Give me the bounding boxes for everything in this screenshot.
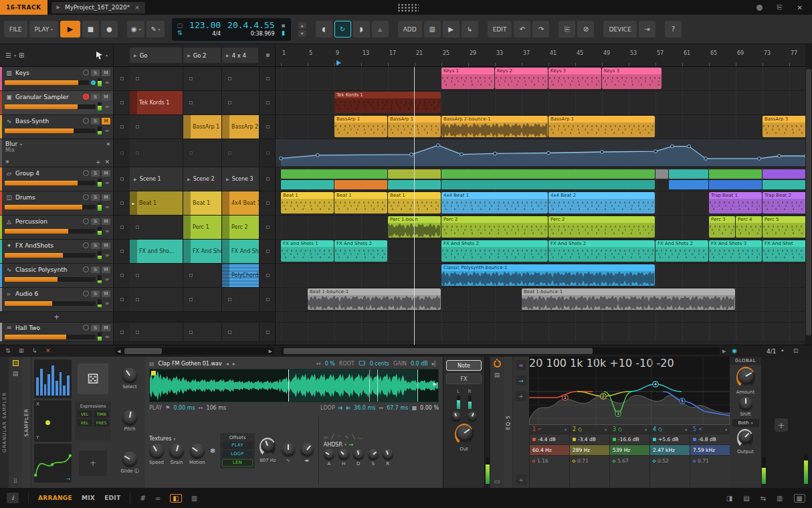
track-menu-icon[interactable]: ≡ — [104, 252, 110, 258]
expand-icon[interactable]: ▭ — [494, 478, 500, 485]
amount-knob[interactable] — [738, 368, 754, 384]
solo-button[interactable]: S — [91, 266, 100, 273]
shift-knob[interactable] — [739, 397, 752, 410]
track-header-hall-two[interactable]: ♒ Hall Two S M ≡ — [0, 323, 113, 342]
waveform-display[interactable]: ▶ — [149, 369, 439, 402]
group-scene-slot[interactable]: ▶Scene 1 — [130, 167, 183, 191]
follow-playhead-button[interactable]: ▶ — [443, 21, 460, 37]
scene-stop-button[interactable] — [260, 264, 275, 287]
track-header-keys[interactable]: ▥ Keys S M ≡ — [0, 67, 113, 91]
clip-slot[interactable]: FX and Sho... — [130, 240, 183, 263]
group-scene-slot[interactable]: ▶Scene 3 — [222, 167, 260, 191]
record-arm-button[interactable] — [83, 118, 89, 124]
arranger-clip[interactable]: Keys 1 — [441, 68, 494, 89]
pointer-tool-icon[interactable] — [96, 52, 103, 60]
attack-knob[interactable] — [324, 449, 334, 460]
band-q-value[interactable]: 1.16 — [530, 455, 569, 466]
loop-start-value[interactable]: 36.0 ms — [354, 405, 375, 411]
next-sample-icon[interactable]: ▸ — [233, 361, 235, 367]
delete-button[interactable]: ⊘ — [577, 21, 594, 37]
clip-slot[interactable]: FX And Sho... — [183, 240, 222, 263]
arranger-clip[interactable]: Trap Beat 2 — [763, 192, 805, 214]
xfade-value[interactable]: 0.00 % — [420, 405, 439, 411]
track-name[interactable]: Percussion — [15, 218, 81, 225]
offset-loop-button[interactable]: LOOP — [222, 450, 253, 458]
add-button[interactable]: ADD — [398, 21, 422, 37]
redo-button[interactable]: ↷ — [532, 21, 549, 37]
time-value[interactable]: 0:38.969 — [251, 31, 275, 37]
arranger-clip[interactable]: Perc 5 — [763, 216, 805, 238]
mute-button[interactable]: M — [102, 94, 110, 100]
loop-selection[interactable] — [288, 369, 418, 402]
clip-slot[interactable]: ▶Beat 1 — [130, 191, 183, 215]
scene-stop-button[interactable] — [260, 167, 275, 191]
scene-play-icon[interactable]: ▶ — [134, 53, 137, 58]
automation-write-button[interactable]: ◉▾ — [127, 21, 145, 37]
device-chain-strip[interactable]: GRANULAR SAMPLER — [0, 357, 9, 488]
track-header-audio-6[interactable]: ▹ Audio 6 S M ≡ — [0, 288, 113, 312]
arranger-clip[interactable]: BassArp 3 — [763, 116, 805, 137]
band-q-value[interactable]: 0.71 — [690, 455, 730, 466]
arranger-clip[interactable]: Keys 2 — [495, 68, 548, 89]
device-enable-button[interactable] — [13, 360, 19, 366]
group-clip-segment[interactable] — [281, 169, 387, 179]
edit-menu-button[interactable]: EDIT — [488, 21, 512, 37]
return-to-arrangement-icon[interactable]: ↳ — [32, 347, 37, 354]
empty-clip-slot[interactable] — [183, 288, 222, 311]
clip-stop-button[interactable] — [114, 67, 130, 90]
glide-knob[interactable] — [122, 452, 137, 467]
empty-clip-slot[interactable] — [130, 216, 183, 239]
arranger-clip[interactable]: BassArp 1 — [548, 116, 655, 137]
monitor-dot[interactable] — [91, 80, 96, 85]
mod-route-icon[interactable]: → — [66, 477, 70, 482]
info-button[interactable]: i — [7, 493, 19, 503]
record-button[interactable]: ● — [101, 21, 118, 37]
arranger-clip[interactable]: Tek Kords 1 — [334, 92, 441, 113]
scene-stop-button[interactable] — [260, 240, 275, 263]
vel-button[interactable]: VEL — [77, 410, 92, 418]
fx-chain-tab[interactable]: FX — [446, 373, 482, 384]
sustain-knob[interactable] — [368, 449, 379, 460]
eq-band-3[interactable]: 3◇▾ -16.6 dB 539 Hz 5.67 — [609, 425, 649, 488]
add-modulator-button[interactable]: + — [516, 391, 526, 401]
transport-mini-buttons[interactable]: ▲▼ — [298, 22, 306, 37]
snap-settings-icon[interactable]: # — [140, 495, 145, 502]
arranger-clip[interactable]: BassArp 1 — [334, 116, 387, 137]
undo-button[interactable]: ↶ — [514, 21, 530, 37]
stop-button[interactable]: ■ — [82, 21, 99, 37]
group-clip-segment[interactable] — [334, 180, 387, 189]
pan-right-knob[interactable] — [468, 412, 477, 421]
clip-stop-button[interactable] — [114, 167, 130, 191]
arranger-clip[interactable]: FX and Shots 1 — [281, 240, 334, 262]
track-menu-icon[interactable]: ≡ — [104, 228, 110, 234]
track-volume-fader[interactable] — [5, 229, 96, 234]
group-clip-segment[interactable] — [709, 169, 762, 179]
record-arm-button[interactable] — [83, 242, 89, 248]
eq-band-1[interactable]: 1⌐▾ -4.4 dB 60.4 Hz 1.16 — [529, 425, 569, 488]
inspector-toggle-icon[interactable]: ◨ — [726, 495, 732, 502]
punch-in-button[interactable]: ◖ — [316, 21, 332, 37]
offset-play-button[interactable]: PLAY — [222, 442, 253, 449]
playhead[interactable] — [414, 67, 415, 345]
freeze-icon[interactable]: ❄ — [210, 447, 215, 454]
launcher-toggle-icon[interactable]: ◧ — [170, 494, 181, 503]
empty-clip-slot[interactable] — [183, 67, 222, 90]
mute-button[interactable]: M — [102, 118, 110, 124]
prev-sample-icon[interactable]: ◂ — [226, 361, 229, 367]
tab-mix[interactable]: MIX — [82, 495, 95, 501]
band-gain-value[interactable]: -6.8 dB — [690, 434, 730, 444]
clip-slot[interactable]: 4x4 Beat 1 — [222, 191, 260, 215]
play-start-value[interactable]: 0.00 ms — [173, 405, 195, 411]
device-menu-button[interactable]: DEVICE — [603, 21, 636, 37]
file-menu-button[interactable]: FILE — [4, 21, 27, 37]
zoom-level[interactable]: 4/1 — [767, 348, 776, 355]
solo-button[interactable]: S — [91, 118, 100, 124]
arranger-clip[interactable]: FX And Shots 2 — [334, 240, 387, 262]
empty-clip-slot[interactable] — [130, 67, 183, 90]
clip-play-button[interactable] — [222, 240, 229, 263]
xy-modulator[interactable]: X Y — [34, 400, 72, 442]
punch-out-button[interactable]: ◗ — [353, 21, 370, 37]
launcher-scrollbar-thumb[interactable] — [124, 348, 162, 354]
glide-mode-badge[interactable]: Ⓛ — [134, 469, 139, 474]
arranger-clip[interactable]: Classic Polysynth-bounce-1 — [441, 264, 655, 286]
